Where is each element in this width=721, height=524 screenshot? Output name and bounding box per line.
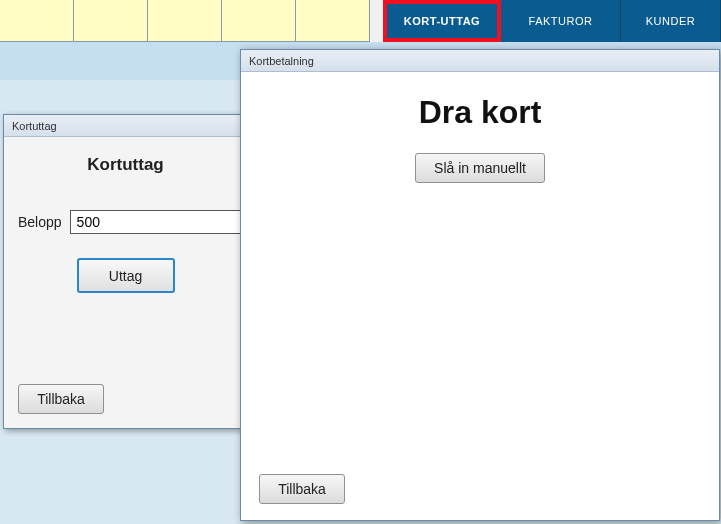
grid-cell[interactable] bbox=[148, 0, 222, 42]
kortbetalning-content: Dra kort Slå in manuellt Tillbaka bbox=[241, 72, 719, 520]
kortbetalning-tillbaka-button[interactable]: Tillbaka bbox=[259, 474, 345, 504]
belopp-input[interactable] bbox=[70, 210, 259, 234]
kortbetalning-window: Kortbetalning Dra kort Slå in manuellt T… bbox=[240, 49, 720, 521]
kortuttag-window: Kortuttag Kortuttag Belopp Uttag Tillbak… bbox=[3, 114, 248, 429]
kortuttag-tillbaka-button[interactable]: Tillbaka bbox=[18, 384, 104, 414]
sla-in-manuellt-button[interactable]: Slå in manuellt bbox=[415, 153, 545, 183]
grid-cell[interactable] bbox=[74, 0, 148, 42]
belopp-row: Belopp bbox=[18, 210, 233, 234]
tab-fakturor[interactable]: FAKTUROR bbox=[501, 0, 621, 42]
tab-kort-uttag[interactable]: KORT-UTTAG bbox=[383, 0, 501, 42]
grid-cell[interactable] bbox=[222, 0, 296, 42]
belopp-label: Belopp bbox=[18, 214, 62, 230]
uttag-button[interactable]: Uttag bbox=[77, 258, 175, 293]
grid-cells bbox=[0, 0, 370, 42]
kortuttag-titlebar[interactable]: Kortuttag bbox=[4, 115, 247, 137]
top-tabs: KORT-UTTAG FAKTUROR KUNDER bbox=[383, 0, 721, 42]
grid-cell[interactable] bbox=[296, 0, 370, 42]
dra-kort-heading: Dra kort bbox=[259, 94, 701, 131]
kortbetalning-titlebar[interactable]: Kortbetalning bbox=[241, 50, 719, 72]
grid-cell[interactable] bbox=[0, 0, 74, 42]
kortuttag-content: Kortuttag Belopp Uttag Tillbaka bbox=[4, 137, 247, 428]
tab-kunder[interactable]: KUNDER bbox=[621, 0, 721, 42]
kortuttag-heading: Kortuttag bbox=[18, 155, 233, 175]
